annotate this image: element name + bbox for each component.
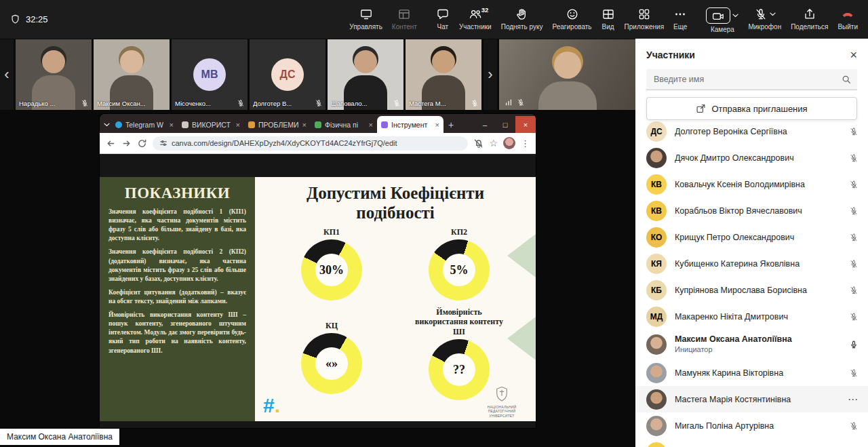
more-button[interactable]: Еще — [669, 3, 692, 33]
participant-filmstrip: ‹ Нарадько ... Максим Оксан... МВ Місоче… — [0, 39, 635, 110]
leave-button[interactable]: Выйти — [833, 3, 863, 33]
content-layout-icon — [397, 7, 411, 21]
video-tile-active-speaker[interactable]: Максим Оксан... — [94, 39, 170, 110]
participant-name: Мигаль Поліна Артурівна — [675, 421, 841, 431]
video-tile[interactable]: МВ Місоченко... — [172, 39, 248, 110]
manage-label: Управлять — [349, 23, 382, 31]
slide-paragraph: Коефіцієнт цитування (додатковий) – вказ… — [108, 288, 246, 306]
raised-hand-icon — [515, 7, 529, 21]
participant-row[interactable]: КВ Корабльов Віктор Вячеславович — [635, 197, 868, 224]
avatar — [646, 416, 667, 436]
send-invitation-button[interactable]: Отправка приглашения — [646, 97, 857, 120]
chevron-down-icon[interactable] — [770, 12, 776, 16]
search-input[interactable] — [652, 74, 837, 85]
donut-kp1: КП1 30% — [294, 227, 369, 300]
slide-paragraph: Ймовірність використання контенту ШІ – п… — [108, 311, 246, 355]
favicon — [182, 121, 189, 128]
participant-row[interactable]: ДС Долготер Вероніка Сергіївна — [635, 118, 868, 144]
emblem-caption: НАЦІОНАЛЬНИЙ ПЕДАГОГІЧНИЙ УНІВЕРСИТЕТ — [476, 405, 528, 419]
mic-muted-icon — [849, 368, 859, 378]
browser-tab: ПРОБЛЕМИ × — [244, 116, 311, 133]
new-tab-icon: + — [443, 119, 458, 130]
more-options-icon[interactable]: ⋯ — [848, 393, 859, 406]
tab-title: Інструмент — [391, 121, 432, 129]
video-tile[interactable]: ДС Долготер В... — [250, 39, 326, 110]
content-label: Контент — [392, 23, 417, 31]
window-controls: – □ × — [475, 116, 536, 133]
shield-icon — [9, 14, 21, 25]
browser-tab-bar: Telegram W × ВИКОРИСТ × ПРОБЛЕМИ × Фізич… — [100, 114, 536, 133]
participant-row[interactable]: КО Крищук Петро Олександрович — [635, 224, 868, 250]
video-tile[interactable]: Шаповало... — [328, 39, 403, 110]
participants-button[interactable]: 32 Участники — [454, 3, 496, 33]
mic-muted-icon — [849, 206, 859, 216]
browser-tab: Фізична пі × — [311, 116, 377, 133]
chat-button[interactable]: Чат — [431, 3, 454, 33]
raise-hand-button[interactable]: Поднять руку — [496, 3, 548, 33]
participant-row[interactable]: Мастега Марія Костянтинівна ⋯ — [635, 386, 868, 412]
participant-row[interactable]: Дячок Дмитро Олександрович — [635, 144, 868, 171]
mic-label: Микрофон — [748, 23, 781, 31]
avatar — [646, 389, 667, 410]
tile-name-label: Мастега М... — [409, 100, 446, 107]
avatar: КЯ — [646, 254, 667, 274]
participant-row-organizer[interactable]: Максим Оксана Анатоліївна Инициатор — [635, 330, 868, 359]
mic-muted-icon — [754, 7, 768, 21]
bookmark-star-icon: ☆ — [489, 138, 498, 149]
browser-profile-avatar — [503, 137, 515, 149]
participant-search[interactable] — [646, 69, 857, 90]
participant-row[interactable]: Мамуняк Карина Вікторівна — [635, 359, 868, 386]
participant-row[interactable]: КБ Купріянова Мирослава Борисівна — [635, 277, 868, 303]
filmstrip-scroll-right-button[interactable]: › — [484, 39, 497, 110]
participant-name: Мастега Марія Костянтинівна — [675, 395, 840, 404]
tab-close-icon: × — [369, 121, 373, 129]
mic-button[interactable]: Микрофон — [743, 3, 786, 33]
manage-button[interactable]: Управлять — [344, 3, 387, 33]
window-maximize-icon: □ — [495, 116, 515, 133]
donut-label: КЦ — [294, 321, 369, 330]
participant-name: Ковальчук Ксенія Володимирівна — [675, 180, 841, 189]
donut-label: Ймовірність використання контенту ШІ — [415, 307, 503, 336]
tile-name-label: Максим Оксан... — [97, 100, 146, 107]
participant-row[interactable]: Мигаль Поліна Артурівна — [635, 412, 868, 439]
video-tile[interactable]: Нарадько ... — [16, 39, 92, 110]
apps-button[interactable]: Приложения — [620, 3, 669, 33]
participant-name: Купріянова Мирослава Борисівна — [675, 286, 841, 295]
view-button[interactable]: Вид — [597, 3, 620, 33]
participant-row[interactable]: КЯ Кубищенко Катерина Яковлівна — [635, 250, 868, 277]
filmstrip-scroll-left-button[interactable]: ‹ — [0, 39, 14, 110]
tab-title: ВИКОРИСТ — [192, 121, 233, 129]
camera-button[interactable]: Камера — [701, 3, 743, 36]
video-tile[interactable]: Мастега М... — [406, 39, 481, 110]
chevron-down-icon[interactable] — [732, 14, 738, 18]
participants-label: Участники — [459, 23, 492, 31]
avatar: КВ — [646, 174, 667, 195]
donut-value: ?? — [443, 353, 475, 386]
participants-panel: Участники × Отправка приглашения ДС Долг… — [635, 39, 868, 447]
tab-close-icon: × — [435, 121, 439, 129]
avatar: КБ — [646, 280, 667, 300]
mic-muted-icon — [849, 180, 859, 189]
participant-list: ДС Долготер Вероніка Сергіївна Дячок Дми… — [635, 118, 868, 447]
participant-name: Дячок Дмитро Олександрович — [675, 153, 841, 163]
shared-screen[interactable]: Telegram W × ВИКОРИСТ × ПРОБЛЕМИ × Фізич… — [100, 114, 536, 428]
mic-muted-icon — [315, 99, 323, 107]
browser-content: ПОКАЗНИКИ Значення коефіцієнта подібност… — [100, 154, 536, 428]
reload-icon — [137, 138, 147, 149]
tab-title: ПРОБЛЕМИ — [258, 121, 299, 129]
content-button: Контент — [387, 3, 422, 33]
react-button[interactable]: Реагировать — [548, 3, 597, 33]
raise-hand-label: Поднять руку — [501, 23, 543, 31]
participant-row[interactable]: КВ Ковальчук Ксенія Володимирівна — [635, 171, 868, 197]
participant-row-partial[interactable] — [635, 439, 868, 447]
avatar: МВ — [193, 58, 226, 91]
donut-value: 30% — [315, 254, 348, 286]
participants-count-badge: 32 — [481, 6, 489, 14]
participant-row[interactable]: МД Макаренко Нікіта Дмитрович — [635, 303, 868, 330]
share-button[interactable]: Поделиться — [786, 3, 833, 33]
close-icon[interactable]: × — [850, 49, 857, 61]
video-tile-wide[interactable] — [499, 39, 635, 110]
tile-name-label: Шаповало... — [331, 100, 368, 107]
telegram-favicon — [115, 121, 122, 128]
site-settings-icon — [159, 139, 167, 147]
